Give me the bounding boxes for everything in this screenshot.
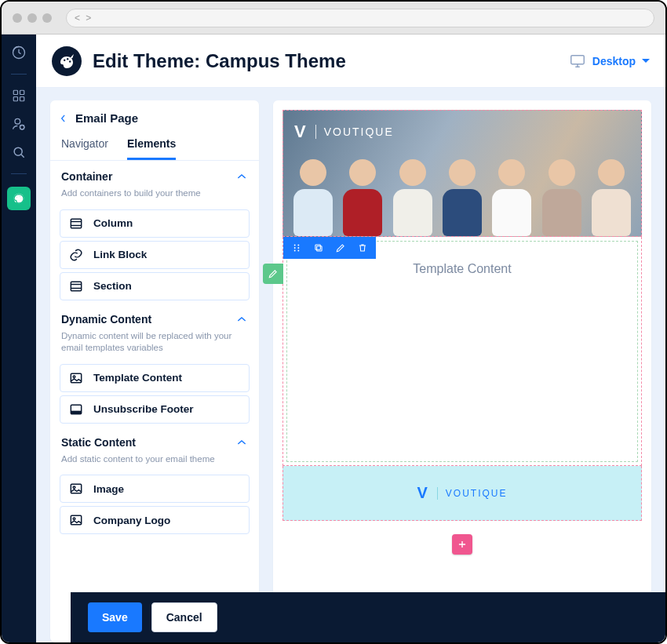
element-unsubscribe-footer[interactable]: Unsubscribe Footer bbox=[60, 395, 250, 424]
nav-user-settings-icon[interactable] bbox=[10, 115, 27, 133]
window-dot bbox=[42, 13, 52, 23]
plus-icon bbox=[457, 539, 468, 550]
section-container-toggle[interactable]: Container bbox=[50, 161, 259, 187]
panel-tabs: Navigator Elements bbox=[50, 133, 259, 161]
chevron-up-icon bbox=[235, 170, 248, 183]
canvas-wrap: VVOUTIQUE bbox=[273, 100, 651, 642]
footer-icon bbox=[68, 402, 84, 417]
svg-rect-3 bbox=[13, 97, 17, 101]
side-nav bbox=[2, 35, 36, 642]
delete-icon[interactable] bbox=[352, 238, 373, 257]
tab-elements[interactable]: Elements bbox=[127, 133, 176, 160]
elements-panel: Email Page Navigator Elements Container … bbox=[50, 100, 259, 642]
duplicate-icon[interactable] bbox=[308, 238, 329, 257]
svg-point-27 bbox=[294, 245, 296, 246]
element-label: Column bbox=[93, 217, 133, 229]
nav-separator bbox=[11, 173, 27, 174]
side-edit-button[interactable] bbox=[263, 264, 283, 284]
svg-point-30 bbox=[297, 245, 299, 246]
svg-rect-4 bbox=[20, 97, 24, 101]
image-icon bbox=[68, 481, 84, 497]
element-label: Section bbox=[93, 280, 132, 292]
svg-rect-1 bbox=[13, 90, 17, 94]
theme-canvas[interactable]: VVOUTIQUE bbox=[282, 110, 642, 545]
footer-block[interactable]: VVOUTIQUE bbox=[282, 466, 642, 521]
hero-logo: VVOUTIQUE bbox=[294, 122, 394, 142]
element-label: Company Logo bbox=[93, 515, 170, 526]
svg-point-13 bbox=[64, 59, 65, 60]
add-section-button[interactable] bbox=[452, 534, 472, 555]
section-static-toggle[interactable]: Static Content bbox=[50, 427, 259, 453]
viewport-selector[interactable]: Desktop bbox=[569, 53, 650, 70]
svg-point-15 bbox=[69, 60, 71, 62]
hero-image-block[interactable]: VVOUTIQUE bbox=[282, 110, 642, 237]
svg-rect-16 bbox=[571, 55, 585, 64]
action-bar: Save Cancel bbox=[71, 592, 665, 642]
chevron-down-icon bbox=[642, 59, 650, 63]
svg-rect-23 bbox=[71, 484, 81, 493]
element-label: Template Content bbox=[93, 372, 182, 384]
svg-point-7 bbox=[14, 147, 22, 155]
svg-point-31 bbox=[297, 247, 299, 249]
section-icon bbox=[68, 278, 84, 294]
theme-icon bbox=[52, 46, 82, 76]
svg-rect-25 bbox=[71, 515, 81, 525]
svg-rect-2 bbox=[20, 90, 24, 94]
svg-point-28 bbox=[294, 247, 296, 249]
svg-point-32 bbox=[297, 250, 299, 252]
svg-rect-18 bbox=[71, 282, 81, 291]
image-icon bbox=[68, 512, 84, 528]
section-title: Dynamic Content bbox=[61, 313, 151, 326]
edit-icon[interactable] bbox=[330, 238, 351, 257]
element-image[interactable]: Image bbox=[60, 475, 250, 503]
editor-header: Edit Theme: Campus Theme Desktop bbox=[36, 35, 665, 88]
chevron-up-icon bbox=[235, 436, 248, 449]
drag-handle-icon[interactable] bbox=[286, 238, 307, 257]
cancel-button[interactable]: Cancel bbox=[151, 602, 217, 632]
window-dot bbox=[13, 13, 22, 23]
element-template-content[interactable]: Template Content bbox=[60, 364, 250, 392]
section-dynamic-toggle[interactable]: Dynamic Content bbox=[50, 304, 259, 330]
image-icon bbox=[68, 370, 84, 386]
nav-theme-editor-icon[interactable] bbox=[7, 187, 31, 210]
svg-rect-34 bbox=[315, 245, 320, 249]
svg-point-11 bbox=[20, 198, 22, 200]
page-title: Edit Theme: Campus Theme bbox=[93, 50, 346, 72]
svg-rect-19 bbox=[71, 373, 81, 383]
element-section[interactable]: Section bbox=[60, 272, 250, 300]
svg-point-9 bbox=[16, 196, 18, 198]
element-link-block[interactable]: Link Block bbox=[60, 241, 250, 269]
monitor-icon bbox=[569, 53, 586, 70]
window-controls bbox=[13, 13, 52, 23]
svg-point-5 bbox=[15, 118, 20, 124]
element-label: Unsubscribe Footer bbox=[93, 403, 194, 415]
element-label: Link Block bbox=[93, 249, 147, 260]
nav-history-icon[interactable] bbox=[10, 44, 27, 61]
block-toolbar bbox=[283, 237, 376, 259]
nav-apps-icon[interactable] bbox=[10, 87, 27, 104]
section-title: Container bbox=[61, 170, 112, 183]
svg-point-26 bbox=[73, 518, 75, 520]
chevron-up-icon bbox=[235, 313, 248, 326]
svg-point-29 bbox=[294, 250, 296, 252]
section-desc: Add containers to build your theme bbox=[50, 187, 259, 206]
save-button[interactable]: Save bbox=[88, 602, 142, 632]
template-placeholder: Template Content bbox=[413, 262, 511, 276]
nav-separator bbox=[11, 74, 27, 75]
svg-rect-17 bbox=[71, 219, 81, 228]
column-icon bbox=[68, 216, 84, 231]
template-content-block[interactable]: Template Content bbox=[282, 237, 642, 466]
panel-scroll: Container Add containers to build your t… bbox=[50, 161, 259, 542]
tab-navigator[interactable]: Navigator bbox=[61, 133, 108, 160]
browser-frame: < > bbox=[2, 2, 665, 35]
url-bar[interactable]: < > bbox=[66, 9, 654, 27]
chevron-left-icon bbox=[58, 113, 69, 124]
panel-back[interactable]: Email Page bbox=[50, 107, 259, 133]
element-column[interactable]: Column bbox=[60, 209, 250, 238]
section-title: Static Content bbox=[61, 436, 136, 449]
element-label: Image bbox=[93, 483, 124, 495]
nav-search-icon[interactable] bbox=[10, 144, 27, 161]
element-company-logo[interactable]: Company Logo bbox=[60, 506, 250, 534]
link-icon bbox=[68, 247, 84, 263]
window-dot bbox=[27, 13, 37, 23]
